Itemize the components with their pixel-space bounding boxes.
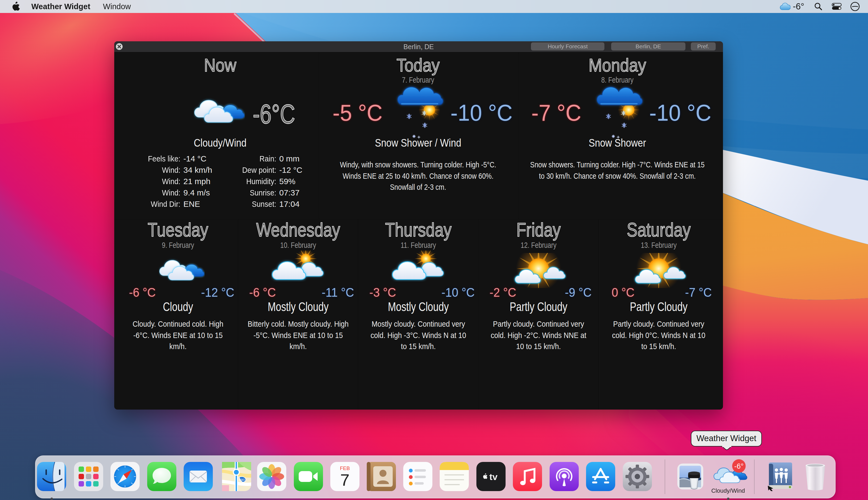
svg-text:280: 280 [239, 478, 245, 482]
svg-text:7: 7 [340, 470, 349, 489]
svg-text:tv: tv [489, 471, 497, 482]
svg-text:FEB: FEB [340, 465, 350, 471]
svg-text:-6°: -6° [734, 462, 744, 470]
